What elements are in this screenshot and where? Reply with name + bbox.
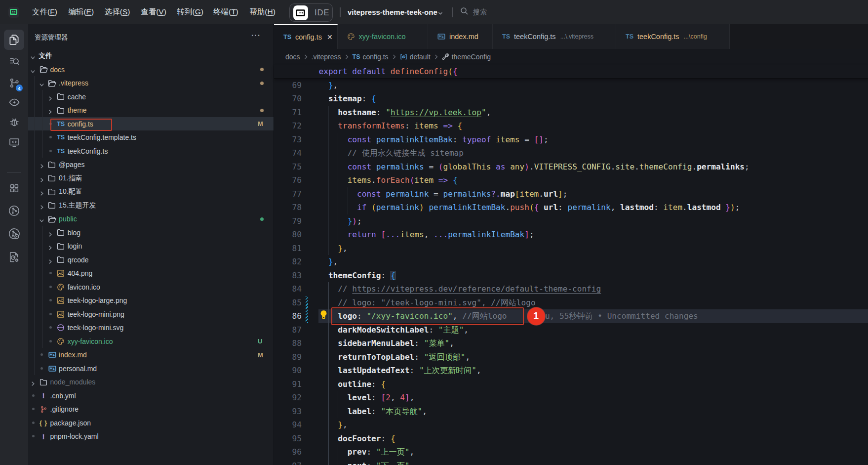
menu-item-e[interactable]: 编辑(E): [68, 5, 104, 19]
activity-circle-branch-search-icon[interactable]: [4, 224, 24, 244]
menu-item-v[interactable]: 查看(V): [141, 5, 177, 19]
code-text: },: [319, 255, 338, 269]
tab-teekConfig.ts-4[interactable]: TSteekConfig.ts...\config: [616, 24, 730, 49]
inline-blame-text: you, 55秒钟前 • Uncommitted changes: [536, 309, 698, 323]
tree-item-cache[interactable]: cache: [28, 90, 274, 104]
tree-item-teek-logo-mini.svg[interactable]: teek-logo-mini.svg: [28, 321, 274, 335]
code-line-96[interactable]: 96 prev: "上一页",: [274, 445, 868, 459]
tree-item-theme[interactable]: theme: [28, 103, 274, 117]
tree-item-teekConfig.template.ts[interactable]: TSteekConfig.template.ts: [28, 130, 274, 144]
tree-item-404.png[interactable]: 404.png: [28, 266, 274, 280]
menu-item-g[interactable]: 转到(G): [177, 5, 213, 19]
activity-files-icon[interactable]: [4, 30, 24, 50]
code-line-79[interactable]: 79 });: [274, 214, 868, 228]
tree-item-favicon.ico[interactable]: favicon.ico: [28, 280, 274, 294]
menu-item-s[interactable]: 选择(S): [105, 5, 141, 19]
tree-item-package.json[interactable]: { }package.json: [28, 416, 274, 430]
breadcrumb-item-default[interactable]: default: [400, 53, 431, 61]
chevron-down-icon[interactable]: [437, 9, 443, 18]
code-line-74[interactable]: 74 // 使用永久链接生成 sitemap: [274, 146, 868, 160]
code-line-97[interactable]: 97 next: "下一页",: [274, 459, 868, 465]
folder-icon: [48, 188, 56, 196]
chevron-down-icon: [39, 81, 44, 89]
tree-section-文件[interactable]: 文件: [28, 49, 274, 63]
breadcrumb-item-config.ts[interactable]: TSconfig.ts: [353, 53, 389, 61]
code-line-93[interactable]: 93 label: "本页导航",: [274, 405, 868, 419]
activity-doc-gear-icon[interactable]: [4, 247, 24, 267]
tree-item-label: 404.png: [68, 266, 93, 280]
sticky-scroll-line[interactable]: export default defineConfig({: [274, 65, 868, 79]
code-line-72[interactable]: 72 transformItems: items => {: [274, 119, 868, 133]
image-icon: [57, 269, 65, 278]
code-area[interactable]: 69 },70 sitemap: {71 hostname: "https://…: [274, 79, 868, 465]
tree-item-personal.md[interactable]: personal.md: [28, 362, 274, 376]
code-line-90[interactable]: 90 lastUpdatedText: "上次更新时间",: [274, 364, 868, 378]
gutter-modified-indicator[interactable]: [306, 296, 308, 323]
lightbulb-icon[interactable]: [319, 310, 328, 321]
ide-badge[interactable]: IDE: [289, 3, 333, 22]
code-line-75[interactable]: 75 const permalinks = (globalThis as any…: [274, 160, 868, 174]
tree-item-login[interactable]: login: [28, 239, 274, 253]
activity-live-preview-icon[interactable]: [4, 132, 24, 152]
activity-bug-icon[interactable]: [4, 112, 24, 132]
tree-item-pnpm-lock.yaml[interactable]: !pnpm-lock.yaml: [28, 429, 274, 443]
breadcrumb-item-themeConfig[interactable]: themeConfig: [442, 53, 491, 61]
tab-config.ts[interactable]: TSconfig.ts✕: [274, 24, 338, 49]
code-line-95[interactable]: 95 docFooter: {: [274, 432, 868, 446]
tree-item-public[interactable]: public: [28, 212, 274, 226]
code-line-69[interactable]: 69 },: [274, 79, 868, 92]
tree-item-docs[interactable]: docs: [28, 63, 274, 77]
activity-search-list-icon[interactable]: [4, 51, 24, 71]
menu-item-f[interactable]: 文件(F): [32, 5, 68, 19]
search-box[interactable]: 搜索: [460, 0, 487, 24]
tree-item-.cnb.yml[interactable]: !.cnb.yml: [28, 389, 274, 403]
code-line-71[interactable]: 71 hostname: "https://vp.teek.top",: [274, 106, 868, 120]
menu-item-h[interactable]: 帮助(H): [249, 5, 285, 19]
tree-item-teek-logo-mini.png[interactable]: teek-logo-mini.png: [28, 307, 274, 321]
tab-index.md[interactable]: index.md: [428, 24, 493, 49]
more-actions-icon[interactable]: ···: [251, 31, 261, 40]
menu-item-t[interactable]: 终端(T): [213, 5, 249, 19]
tab-teekConfig.ts-3[interactable]: TSteekConfig.ts...\.vitepress: [493, 24, 616, 49]
code-line-82[interactable]: 82 },: [274, 255, 868, 269]
code-line-91[interactable]: 91 outline: {: [274, 378, 868, 391]
code-line-88[interactable]: 88 sidebarMenuLabel: "菜单",: [274, 337, 868, 350]
code-line-92[interactable]: 92 level: [2, 4],: [274, 391, 868, 405]
project-name[interactable]: vitepress-theme-teek-one: [348, 0, 437, 24]
activity-grid-icon[interactable]: [4, 178, 24, 198]
tree-item-blog[interactable]: blog: [28, 226, 274, 240]
close-icon[interactable]: ✕: [327, 33, 333, 41]
code-line-76[interactable]: 76 items.forEach(item => {: [274, 173, 868, 187]
breadcrumb-item-.vitepress[interactable]: .vitepress: [312, 53, 341, 61]
tree-item-01.指南[interactable]: 01.指南: [28, 171, 274, 185]
code-text: sitemap: {: [319, 92, 376, 106]
code-line-77[interactable]: 77 const permalink = permalinks?.map[ite…: [274, 187, 868, 201]
code-line-78[interactable]: 78 if (permalink) permalinkItemBak.push(…: [274, 201, 868, 214]
code-line-73[interactable]: 73 const permalinkItemBak: typeof items …: [274, 133, 868, 147]
code-text: if (permalink) permalinkItemBak.push({ u…: [319, 201, 740, 214]
tree-item-node_modules[interactable]: node_modules: [28, 375, 274, 389]
tree-item-xyy-favicon.ico[interactable]: xyy-favicon.icoU: [28, 335, 274, 348]
tab-xyy-favicon.ico[interactable]: xyy-favicon.ico: [338, 24, 429, 49]
code-line-84[interactable]: 84 // https://vitepress.dev/reference/de…: [274, 282, 868, 296]
tree-item-teek-logo-large.png[interactable]: teek-logo-large.png: [28, 294, 274, 307]
code-line-80[interactable]: 80 return [...items, ...permalinkItemBak…: [274, 228, 868, 242]
tree-item-qrcode[interactable]: qrcode: [28, 253, 274, 267]
tree-item-@pages[interactable]: @pages: [28, 158, 274, 171]
code-line-81[interactable]: 81 },: [274, 242, 868, 255]
activity-eye-icon[interactable]: [4, 92, 24, 113]
tree-item-.vitepress[interactable]: .vitepress: [28, 76, 274, 90]
app-logo-icon[interactable]: [8, 7, 19, 18]
activity-circle-branch-icon[interactable]: [4, 201, 24, 221]
tree-item-index.md[interactable]: index.mdM: [28, 348, 274, 362]
code-line-70[interactable]: 70 sitemap: {: [274, 92, 868, 106]
activity-source-control-icon[interactable]: 4: [4, 73, 24, 93]
code-line-94[interactable]: 94 },: [274, 418, 868, 432]
tree-item-.gitignore[interactable]: .gitignore: [28, 402, 274, 416]
breadcrumb-item-docs[interactable]: docs: [285, 53, 300, 61]
tree-item-15.主题开发[interactable]: 15.主题开发: [28, 199, 274, 212]
code-line-89[interactable]: 89 returnToTopLabel: "返回顶部",: [274, 350, 868, 364]
tree-item-10.配置[interactable]: 10.配置: [28, 185, 274, 199]
tree-item-teekConfig.ts[interactable]: TSteekConfig.ts: [28, 144, 274, 158]
code-line-83[interactable]: 83 themeConfig: {: [274, 269, 868, 283]
